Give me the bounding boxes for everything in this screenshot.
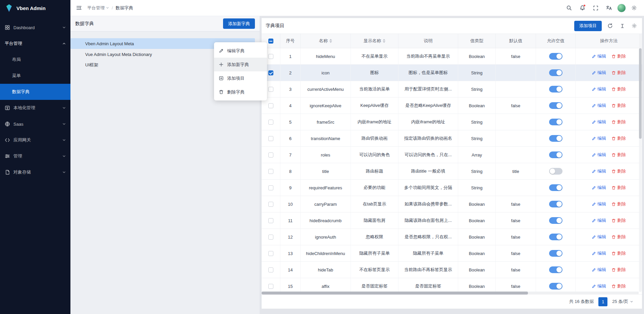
sidebar-item-app-gateway[interactable]: 应用网关 — [0, 132, 70, 148]
row-checkbox[interactable] — [268, 202, 273, 207]
delete-row-button[interactable]: 删除 — [611, 250, 626, 256]
edit-row-button[interactable]: 编辑 — [592, 103, 606, 109]
table-row[interactable]: 10 carryParam 在tab页显示 如果该路由会携带参数... Bool… — [262, 196, 642, 212]
edit-row-button[interactable]: 编辑 — [592, 267, 606, 273]
column-height-icon[interactable] — [619, 22, 626, 29]
allow-null-toggle[interactable] — [549, 168, 562, 175]
allow-null-toggle[interactable] — [549, 250, 562, 257]
edit-row-button[interactable]: 编辑 — [592, 283, 606, 289]
sidebar-item-menu[interactable]: 菜单 — [0, 68, 70, 84]
delete-row-button[interactable]: 删除 — [611, 217, 626, 224]
table-row[interactable]: 7 roles 可以访问的角色 可以访问的角色，只在... Array 编辑 删… — [262, 147, 642, 163]
table-row[interactable]: 13 hideChildrenInMenu 隐藏所有子菜单 隐藏所有子菜单 Bo… — [262, 245, 642, 262]
delete-row-button[interactable]: 删除 — [611, 185, 626, 191]
edit-row-button[interactable]: 编辑 — [592, 152, 606, 158]
allow-null-toggle[interactable] — [549, 234, 562, 240]
allow-null-toggle[interactable] — [549, 119, 562, 125]
avatar[interactable] — [617, 4, 626, 12]
edit-row-button[interactable]: 编辑 — [592, 86, 606, 92]
sidebar-item-layout[interactable]: 布局 — [0, 52, 70, 68]
sort-icon[interactable] — [383, 39, 385, 43]
column-header-name[interactable]: 名称 — [301, 34, 351, 48]
context-menu-item-add-item[interactable]: 添加项目 — [214, 71, 267, 85]
sidebar-item-localization[interactable]: 本地化管理 — [0, 100, 70, 116]
row-checkbox[interactable] — [268, 235, 273, 240]
allow-null-toggle[interactable] — [549, 102, 562, 109]
select-all-checkbox[interactable] — [268, 39, 273, 44]
allow-null-toggle[interactable] — [549, 201, 562, 207]
allow-null-toggle[interactable] — [549, 53, 562, 60]
delete-row-button[interactable]: 删除 — [611, 267, 626, 273]
row-checkbox[interactable] — [268, 185, 273, 190]
sidebar-item-management[interactable]: 管理 — [0, 148, 70, 164]
column-settings-gear-icon[interactable] — [631, 22, 638, 29]
search-icon[interactable] — [564, 3, 574, 13]
app-logo[interactable]: Vben Admin — [0, 0, 70, 16]
allow-null-toggle[interactable] — [549, 151, 562, 158]
delete-row-button[interactable]: 删除 — [611, 152, 626, 158]
allow-null-toggle[interactable] — [549, 217, 562, 224]
delete-row-button[interactable]: 删除 — [611, 70, 626, 76]
table-row[interactable]: 1 hideMenu 不在菜单显示 当前路由不再菜单显示 Boolean fal… — [262, 48, 642, 65]
vertical-scrollbar-thumb[interactable] — [639, 48, 642, 139]
table-row[interactable]: 5 frameSrc 内嵌iframe的地址 内嵌iframe的地址 Strin… — [262, 114, 642, 130]
sidebar-item-saas[interactable]: Saas — [0, 116, 70, 132]
delete-row-button[interactable]: 删除 — [611, 86, 626, 92]
edit-row-button[interactable]: 编辑 — [592, 135, 606, 141]
context-menu-item-edit-dictionary[interactable]: 编辑字典 — [214, 44, 267, 58]
row-checkbox[interactable] — [268, 136, 273, 141]
row-checkbox[interactable] — [268, 169, 273, 174]
refresh-icon[interactable] — [606, 22, 614, 29]
row-checkbox[interactable] — [268, 120, 273, 125]
settings-gear-icon[interactable] — [629, 3, 639, 13]
sidebar-item-dashboard[interactable]: Dashboard — [0, 19, 70, 36]
row-checkbox[interactable] — [268, 218, 273, 223]
allow-null-toggle[interactable] — [549, 135, 562, 142]
edit-row-button[interactable]: 编辑 — [592, 217, 606, 224]
delete-row-button[interactable]: 删除 — [611, 201, 626, 207]
edit-row-button[interactable]: 编辑 — [592, 70, 606, 76]
table-row[interactable]: 12 ignoreAuth 忽略权限 是否忽略权限，只在权... Boolean… — [262, 229, 642, 245]
sidebar-item-platform-management[interactable]: 平台管理 — [0, 36, 70, 52]
row-checkbox[interactable] — [268, 267, 273, 272]
context-menu-item-add-dictionary[interactable]: 添加新字典 — [214, 58, 267, 71]
allow-null-toggle[interactable] — [549, 266, 562, 273]
delete-row-button[interactable]: 删除 — [611, 168, 626, 174]
delete-row-button[interactable]: 删除 — [611, 119, 626, 125]
edit-row-button[interactable]: 编辑 — [592, 250, 606, 256]
table-row[interactable]: 8 title 路由标题 路由title 一般必填 String title 编… — [262, 163, 642, 180]
edit-row-button[interactable]: 编辑 — [592, 201, 606, 207]
context-menu-item-delete-dictionary[interactable]: 删除字典 — [214, 85, 267, 99]
edit-row-button[interactable]: 编辑 — [592, 234, 606, 240]
delete-row-button[interactable]: 删除 — [611, 53, 626, 59]
delete-row-button[interactable]: 删除 — [611, 135, 626, 141]
allow-null-toggle[interactable] — [549, 69, 562, 76]
sidebar-item-data-dictionary[interactable]: 数据字典 — [0, 84, 70, 100]
horizontal-scrollbar-thumb[interactable] — [262, 292, 528, 295]
edit-row-button[interactable]: 编辑 — [592, 168, 606, 174]
table-row[interactable]: 2 icon 图标 图标，也是菜单图标 String 编辑 删除 — [262, 65, 642, 81]
delete-row-button[interactable]: 删除 — [611, 103, 626, 109]
table-row[interactable]: 9 requiredFeatures 必要的功能 多个功能间用英文，分隔 Str… — [262, 180, 642, 196]
allow-null-toggle[interactable] — [549, 283, 562, 290]
add-dictionary-button[interactable]: 添加新字典 — [223, 18, 255, 29]
breadcrumb-parent[interactable]: 平台管理 — [87, 5, 109, 11]
row-checkbox[interactable] — [268, 251, 273, 256]
add-item-button[interactable]: 添加项目 — [574, 21, 602, 31]
page-size-select[interactable]: 25 条/页 — [612, 299, 633, 305]
row-checkbox[interactable] — [268, 103, 273, 108]
row-checkbox[interactable] — [268, 284, 273, 289]
table-row[interactable]: 4 ignoreKeepAlive KeepAlive缓存 是否忽略KeepAl… — [262, 98, 642, 114]
sidebar-collapse-button[interactable] — [74, 3, 84, 13]
fullscreen-icon[interactable] — [590, 3, 601, 13]
translate-icon[interactable] — [604, 3, 614, 13]
table-row[interactable]: 14 hideTab 不在标签页显示 当前路由不再标签页显示 Boolean f… — [262, 262, 642, 278]
pagination-page-1[interactable]: 1 — [598, 297, 607, 306]
sort-icon[interactable] — [329, 39, 332, 43]
row-checkbox[interactable] — [268, 152, 273, 158]
row-checkbox[interactable] — [268, 54, 273, 59]
row-checkbox[interactable] — [268, 70, 273, 75]
table-row[interactable]: 3 currentActiveMenu 当前激活的菜单 用于配置详情页时左侧..… — [262, 81, 642, 98]
allow-null-toggle[interactable] — [549, 184, 562, 191]
edit-row-button[interactable]: 编辑 — [592, 119, 606, 125]
